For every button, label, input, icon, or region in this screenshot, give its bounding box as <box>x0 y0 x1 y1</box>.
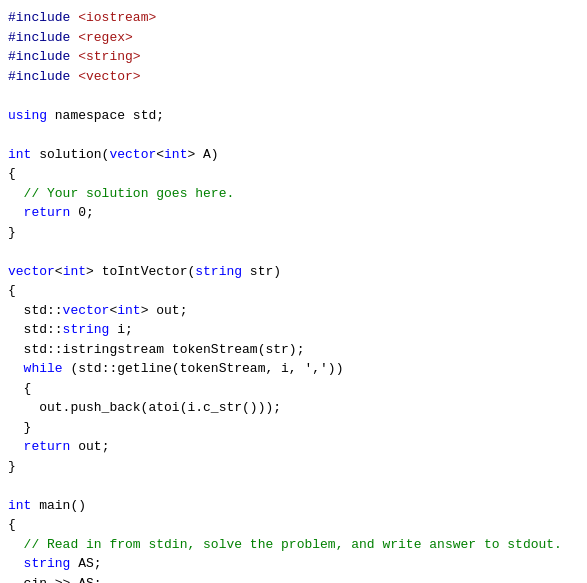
code-line: #include <iostream> <box>8 8 579 28</box>
code-token: < <box>156 147 164 162</box>
code-token: vector <box>63 303 110 318</box>
code-token: } <box>8 420 31 435</box>
code-token: std:: <box>8 303 63 318</box>
code-token: > toIntVector( <box>86 264 195 279</box>
code-token: string <box>24 556 71 571</box>
code-token: str) <box>242 264 281 279</box>
code-token: #include <box>8 30 78 45</box>
code-line: #include <vector> <box>8 67 579 87</box>
code-token: return <box>24 439 71 454</box>
code-token: out; <box>70 439 109 454</box>
code-token: // Your solution goes here. <box>24 186 235 201</box>
code-token <box>8 361 24 376</box>
code-line: { <box>8 515 579 535</box>
code-token: solution( <box>31 147 109 162</box>
code-token: <iostream> <box>78 10 156 25</box>
code-line: std::vector<int> out; <box>8 301 579 321</box>
code-token: <regex> <box>78 30 133 45</box>
code-token <box>8 556 24 571</box>
code-token: string <box>195 264 242 279</box>
code-token: AS; <box>70 556 101 571</box>
code-line: std::istringstream tokenStream(str); <box>8 340 579 360</box>
code-token: string <box>63 322 110 337</box>
code-token: out.push_back(atoi(i.c_str())); <box>8 400 281 415</box>
code-line <box>8 86 579 106</box>
code-token: vector <box>109 147 156 162</box>
code-token: { <box>8 283 16 298</box>
code-token: 0; <box>70 205 93 220</box>
code-editor: #include <iostream>#include <regex>#incl… <box>0 0 587 583</box>
code-token: <vector> <box>78 69 140 84</box>
code-token: int <box>164 147 187 162</box>
code-token <box>8 205 24 220</box>
code-line <box>8 242 579 262</box>
code-line: } <box>8 418 579 438</box>
code-token: vector <box>8 264 55 279</box>
code-line: cin >> AS; <box>8 574 579 584</box>
code-token: #include <box>8 69 78 84</box>
code-token <box>8 439 24 454</box>
code-line <box>8 125 579 145</box>
code-token: { <box>8 517 16 532</box>
code-token: > out; <box>141 303 188 318</box>
code-line: std::string i; <box>8 320 579 340</box>
code-line: int solution(vector<int> A) <box>8 145 579 165</box>
code-token: > A) <box>187 147 218 162</box>
code-token: int <box>8 498 31 513</box>
code-token <box>8 186 24 201</box>
code-line: { <box>8 281 579 301</box>
code-line: using namespace std; <box>8 106 579 126</box>
code-token: int <box>117 303 140 318</box>
code-line: } <box>8 223 579 243</box>
code-token: #include <box>8 10 78 25</box>
code-token: } <box>8 225 16 240</box>
code-token: namespace std; <box>47 108 164 123</box>
code-line: // Read in from stdin, solve the problem… <box>8 535 579 555</box>
code-line: while (std::getline(tokenStream, i, ',')… <box>8 359 579 379</box>
code-line: int main() <box>8 496 579 516</box>
code-line: // Your solution goes here. <box>8 184 579 204</box>
code-token: #include <box>8 49 78 64</box>
code-token: std:: <box>8 322 63 337</box>
code-token: i; <box>109 322 132 337</box>
code-token: { <box>8 166 16 181</box>
code-token: { <box>8 381 31 396</box>
code-token: int <box>8 147 31 162</box>
code-line: } <box>8 457 579 477</box>
code-token: < <box>55 264 63 279</box>
code-token: // Read in from stdin, solve the problem… <box>24 537 562 552</box>
code-line: out.push_back(atoi(i.c_str())); <box>8 398 579 418</box>
code-line: return out; <box>8 437 579 457</box>
code-line <box>8 476 579 496</box>
code-line: return 0; <box>8 203 579 223</box>
code-token: main() <box>31 498 86 513</box>
code-line: { <box>8 379 579 399</box>
code-token: (std::getline(tokenStream, i, ',')) <box>63 361 344 376</box>
code-line: #include <regex> <box>8 28 579 48</box>
code-line: string AS; <box>8 554 579 574</box>
code-token: using <box>8 108 47 123</box>
code-line: vector<int> toIntVector(string str) <box>8 262 579 282</box>
code-token <box>8 537 24 552</box>
code-token: <string> <box>78 49 140 64</box>
code-token: std::istringstream tokenStream(str); <box>8 342 304 357</box>
code-token: while <box>24 361 63 376</box>
code-line: #include <string> <box>8 47 579 67</box>
code-token: int <box>63 264 86 279</box>
code-line: { <box>8 164 579 184</box>
code-token: } <box>8 459 16 474</box>
code-token: return <box>24 205 71 220</box>
code-token: cin >> AS; <box>8 576 102 584</box>
